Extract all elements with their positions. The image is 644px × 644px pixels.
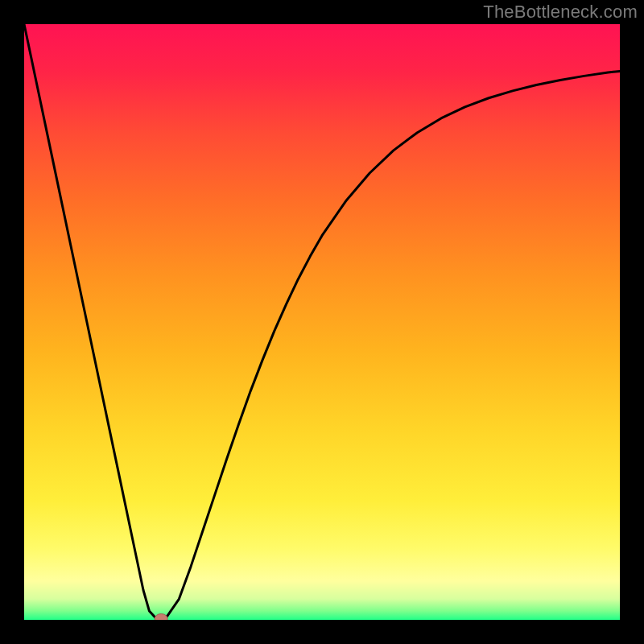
optimal-point-marker	[155, 614, 167, 620]
gradient-background	[24, 24, 620, 620]
plot-area	[24, 24, 620, 620]
watermark-text: TheBottleneck.com	[483, 2, 638, 23]
chart-frame: TheBottleneck.com	[0, 0, 644, 644]
bottleneck-chart	[24, 24, 620, 620]
